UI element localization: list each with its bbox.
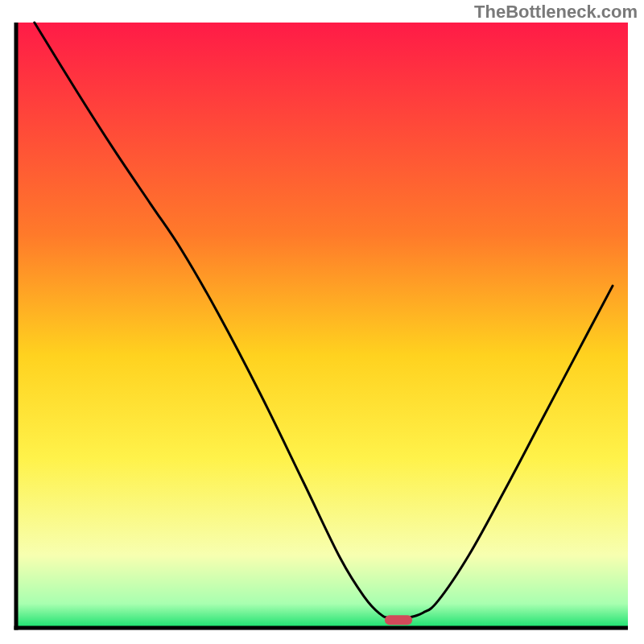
- chart-background-gradient: [16, 23, 628, 628]
- watermark-text: TheBottleneck.com: [474, 2, 638, 23]
- chart-svg: [0, 0, 644, 644]
- optimal-marker: [385, 615, 412, 625]
- chart-container: TheBottleneck.com: [0, 0, 644, 644]
